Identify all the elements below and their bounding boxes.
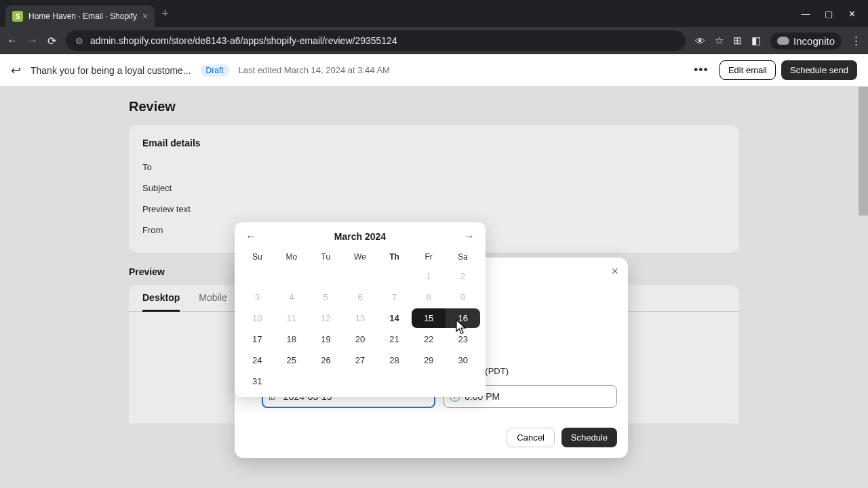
new-tab-button[interactable]: + <box>161 7 169 21</box>
side-panel-icon[interactable]: ◧ <box>751 35 761 47</box>
cancel-button[interactable]: Cancel <box>507 428 554 447</box>
calendar-day[interactable]: 14 <box>377 308 412 328</box>
calendar-day: 13 <box>343 308 378 328</box>
calendar-dow: We <box>343 248 378 266</box>
app-header: ↩ Thank you for being a loyal custome...… <box>0 54 868 87</box>
calendar-day[interactable]: 24 <box>240 350 275 370</box>
calendar-day[interactable]: 23 <box>446 329 480 349</box>
calendar-day[interactable]: 22 <box>412 329 446 349</box>
calendar-day[interactable]: 15 <box>412 308 446 328</box>
tab-title: Home Haven · Email · Shopify <box>28 12 137 21</box>
nav-forward-icon[interactable]: → <box>27 35 38 47</box>
calendar-dow: Mo <box>275 248 309 266</box>
calendar-dow: Sa <box>446 248 480 266</box>
minimize-icon[interactable]: — <box>800 9 811 19</box>
incognito-label: Incognito <box>793 35 835 47</box>
email-title: Thank you for being a loyal custome... <box>31 65 191 76</box>
calendar-day: 2 <box>446 266 480 286</box>
schedule-send-button[interactable]: Schedule send <box>781 60 857 80</box>
calendar-day: 9 <box>446 287 480 307</box>
calendar-next-icon[interactable]: → <box>464 230 475 243</box>
site-settings-icon[interactable]: ⚙ <box>75 36 83 46</box>
tab-close-icon[interactable]: × <box>142 11 148 22</box>
maximize-icon[interactable]: ▢ <box>823 9 834 19</box>
calendar-day[interactable]: 28 <box>377 350 412 370</box>
timezone-label: (PDT) <box>485 366 509 376</box>
calendar-day: 11 <box>275 308 309 328</box>
browser-menu-icon[interactable]: ⋮ <box>851 35 861 47</box>
calendar-day: 6 <box>343 287 378 307</box>
incognito-indicator[interactable]: Incognito <box>770 33 842 49</box>
page-body: Review Email details To Subject Preview … <box>0 87 868 488</box>
calendar-day[interactable]: 31 <box>240 371 275 391</box>
calendar-month-title: March 2024 <box>334 231 386 242</box>
calendar-day: 10 <box>240 308 275 328</box>
calendar-dow: Tu <box>309 248 343 266</box>
nav-back-icon[interactable]: ← <box>7 35 18 47</box>
reload-icon[interactable]: ⟳ <box>47 35 56 47</box>
calendar-day: 8 <box>412 287 446 307</box>
status-badge: Draft <box>201 64 229 77</box>
calendar-day[interactable]: 29 <box>412 350 446 370</box>
url-bar[interactable]: ⚙ admin.shopify.com/store/de8143-a6/apps… <box>66 30 686 51</box>
calendar-day: 12 <box>309 308 343 328</box>
calendar-day[interactable]: 19 <box>309 329 343 349</box>
eye-off-icon[interactable]: 👁 <box>695 35 705 47</box>
back-icon[interactable]: ↩ <box>11 63 21 78</box>
calendar-dow: Th <box>377 248 412 266</box>
calendar-day[interactable]: 27 <box>343 350 378 370</box>
calendar-popover: ← March 2024 → SuMoTuWeThFrSa 1234567891… <box>235 222 486 397</box>
shopify-favicon-icon: S <box>12 11 23 22</box>
calendar-day[interactable]: 21 <box>377 329 412 349</box>
browser-tab[interactable]: S Home Haven · Email · Shopify × <box>5 5 155 27</box>
calendar-day: 4 <box>275 287 309 307</box>
calendar-day: 3 <box>240 287 275 307</box>
calendar-prev-icon[interactable]: ← <box>245 230 256 243</box>
browser-tab-strip: S Home Haven · Email · Shopify × + — ▢ ✕ <box>0 0 868 27</box>
close-window-icon[interactable]: ✕ <box>846 9 857 19</box>
calendar-day[interactable]: 18 <box>275 329 309 349</box>
calendar-day: 1 <box>412 266 446 286</box>
more-actions-button[interactable]: ••• <box>688 60 714 80</box>
calendar-day: 5 <box>309 287 343 307</box>
extensions-icon[interactable]: ⊞ <box>733 35 742 47</box>
edit-email-button[interactable]: Edit email <box>719 60 776 80</box>
calendar-day[interactable]: 20 <box>343 329 378 349</box>
bookmark-star-icon[interactable]: ☆ <box>715 35 724 47</box>
calendar-day[interactable]: 25 <box>275 350 309 370</box>
schedule-button[interactable]: Schedule <box>561 428 617 447</box>
browser-toolbar: ← → ⟳ ⚙ admin.shopify.com/store/de8143-a… <box>0 27 868 54</box>
url-text: admin.shopify.com/store/de8143-a6/apps/s… <box>90 35 397 46</box>
modal-close-icon[interactable]: × <box>611 264 618 279</box>
calendar-day[interactable]: 17 <box>240 329 275 349</box>
calendar-day[interactable]: 16 <box>446 308 480 328</box>
last-edited-text: Last edited March 14, 2024 at 3:44 AM <box>239 65 390 75</box>
calendar-dow: Fr <box>412 248 446 266</box>
window-controls: — ▢ ✕ <box>800 9 863 19</box>
calendar-day[interactable]: 30 <box>446 350 480 370</box>
calendar-day[interactable]: 26 <box>309 350 343 370</box>
calendar-day: 7 <box>377 287 412 307</box>
incognito-icon <box>777 37 789 45</box>
calendar-dow: Su <box>240 248 275 266</box>
